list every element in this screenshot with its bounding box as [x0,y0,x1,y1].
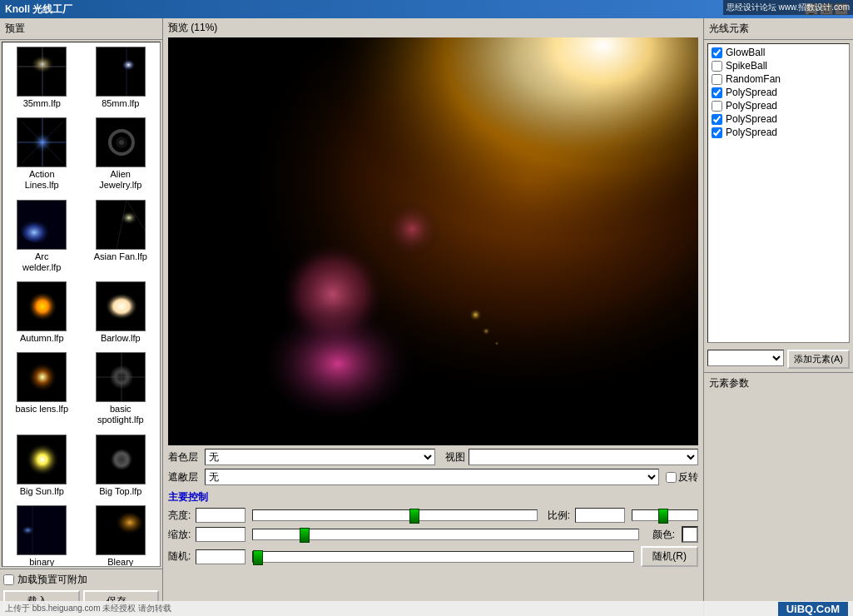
scale-thumb[interactable] [658,509,668,524]
basic-spotlight-icon [97,352,145,402]
watermark-text: 思经设计论坛 www.招数设计.com [723,0,853,15]
preset-grid-container[interactable]: 35mm.lfp [2,42,161,567]
asian-fan-icon [97,200,145,250]
element-checkbox-polyspread2[interactable] [712,101,722,112]
big-sun-icon [17,435,66,484]
element-label-polyspread1: PolySpread [726,87,777,98]
color-layer-label: 着色层 [168,450,201,464]
element-item-spikeball[interactable]: SpikeBall [710,59,847,72]
element-checkbox-spikeball[interactable] [712,61,722,72]
element-checkbox-polyspread4[interactable] [712,127,722,138]
preset-label-big-top: Big Top.lfp [99,486,141,497]
preset-label-basic-lens: basic lens.lfp [15,404,68,415]
preset-item-big-sun[interactable]: Big Sun.lfp [2,430,82,501]
preset-item-action[interactable]: ActionLines.lfp [2,113,82,195]
arc-welder-icon [17,200,66,250]
scale-label: 比例: [548,509,570,523]
preset-item-85mm[interactable]: 85mm.lfp [82,42,161,113]
brightness-slider[interactable] [252,509,537,521]
add-element-button[interactable]: 添加元素(A) [787,350,850,369]
brightness-label: 亮度: [168,509,191,523]
preset-thumb-big-sun [17,435,67,484]
center-panel: 预览 (11%) [163,18,703,616]
lens-flare-icon-85mm [97,47,145,97]
element-item-polyspread4[interactable]: PolySpread [710,126,847,139]
preset-thumb-barlow [96,281,146,331]
scale-slider[interactable] [632,509,698,521]
bottom-text: 上传于 bbs.heiguang.com 未经授权 请勿转载 [5,603,171,614]
load-preset-checkbox[interactable] [3,574,14,585]
preset-thumb-autumn [17,281,67,331]
add-element-select[interactable] [707,350,784,366]
brightness-thumb[interactable] [409,509,419,524]
shrink-slider[interactable] [252,529,638,540]
svg-point-24 [26,290,59,323]
preset-item-big-top[interactable]: Big Top.lfp [82,430,161,501]
preset-item-bleary[interactable]: BlearyTraffic.lfp [82,501,161,567]
brightness-input[interactable]: 130.24 [196,508,245,523]
preset-item-asian[interactable]: Asian Fan.lfp [82,196,161,277]
element-item-glowball[interactable]: GlowBall [710,46,847,59]
right-panel: 光线元素 GlowBall SpikeBall RandomFan PolySp… [703,18,853,616]
preset-item-binary[interactable]: binarysystem.lfp [2,501,82,567]
random-input[interactable]: 0 [196,549,245,564]
preset-label-basic-spot: basicspotlight.lfp [97,404,144,425]
svg-point-16 [119,140,124,145]
preset-item-35mm[interactable]: 35mm.lfp [2,42,82,113]
reverse-checkbox[interactable] [666,472,677,483]
svg-point-36 [108,446,135,473]
svg-point-18 [21,216,54,243]
preset-item-basic-lens[interactable]: basic lens.lfp [2,348,82,430]
element-checkbox-polyspread3[interactable] [712,114,722,125]
element-checkbox-randomfan[interactable] [712,74,722,85]
preset-label-autumn: Autumn.lfp [20,333,64,344]
main-layout: 预置 [0,18,853,616]
preset-item-arc[interactable]: Arcwelder.lfp [2,196,82,277]
element-item-polyspread1[interactable]: PolySpread [710,86,847,99]
preset-thumb-basic-spot [96,352,146,402]
element-item-randomfan[interactable]: RandomFan [710,72,847,86]
mask-layer-select[interactable]: 无 [205,469,659,485]
preset-item-alien[interactable]: AlienJewelry.lfp [82,113,161,195]
preset-item-autumn[interactable]: Autumn.lfp [2,277,82,348]
presets-header: 预置 [0,18,162,40]
preset-label-arc: Arcwelder.lfp [22,251,61,273]
preset-label-barlow: Barlow.lfp [101,333,141,344]
preset-item-barlow[interactable]: Barlow.lfp [82,277,161,348]
scale-input[interactable]: 1.00 [575,508,625,523]
random-slider[interactable] [252,551,634,563]
binary-system-icon [17,505,66,555]
element-label-spikeball: SpikeBall [726,60,767,72]
preset-label-35mm: 35mm.lfp [23,98,61,109]
element-item-polyspread3[interactable]: PolySpread [710,112,847,126]
svg-point-26 [103,291,140,321]
action-lines-icon [17,117,66,167]
brightness-row: 亮度: 130.24 比例: 1.00 [168,508,698,523]
reverse-label: 反转 [678,470,698,484]
shrink-row: 缩放: 0.11 颜色: [168,526,698,543]
color-picker[interactable] [682,526,698,543]
random-thumb[interactable] [253,550,263,565]
random-button[interactable]: 随机(R) [641,546,698,567]
shrink-thumb[interactable] [300,528,310,543]
preset-thumb-85mm [96,47,146,97]
window-controls: 思经设计论坛 www.招数设计.com _ □ × [805,3,848,15]
element-checkbox-polyspread1[interactable] [712,87,722,98]
shrink-input[interactable]: 0.11 [196,527,245,542]
color-layer-select[interactable]: 无 [205,449,435,465]
bottom-bar: 上传于 bbs.heiguang.com 未经授权 请勿转载 UiBQ.CoM [0,601,853,616]
element-item-polyspread2[interactable]: PolySpread [710,99,847,112]
preview-canvas[interactable] [168,37,698,445]
title-bar: Knoll 光线工厂 思经设计论坛 www.招数设计.com _ □ × [0,0,853,18]
preset-item-basic-spot[interactable]: basicspotlight.lfp [82,348,161,430]
reverse-row: 反转 [666,470,698,484]
element-label-polyspread2: PolySpread [726,100,777,112]
preset-thumb-bleary [96,505,146,555]
preset-label-big-sun: Big Sun.lfp [20,486,64,497]
preset-label-bleary: BlearyTraffic.lfp [102,557,139,567]
window-title: Knoll 光线工厂 [5,2,72,17]
element-checkbox-glowball[interactable] [712,47,722,58]
big-top-icon [97,435,145,484]
svg-point-28 [26,360,59,394]
view-select[interactable] [469,449,699,465]
